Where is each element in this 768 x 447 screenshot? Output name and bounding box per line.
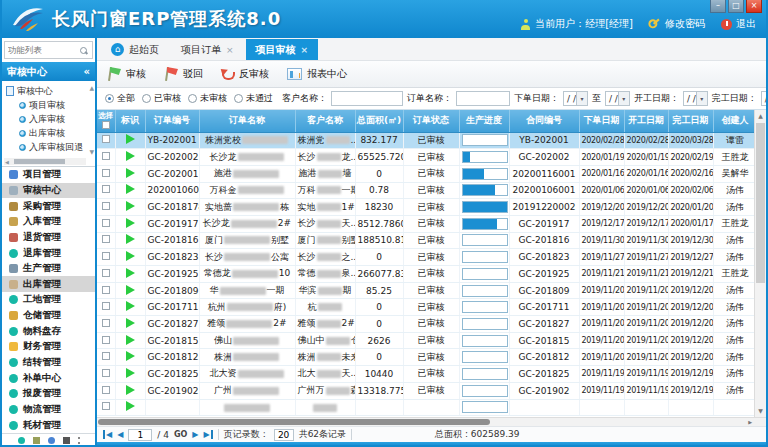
sidebar-menu-item[interactable]: 退货管理 [2, 230, 95, 246]
sidebar-menu-item[interactable]: 退库管理 [2, 245, 95, 261]
table-row[interactable] [97, 399, 757, 416]
column-header[interactable]: 生产进度 [459, 110, 509, 132]
dropdown-icon[interactable]: ▾ [618, 92, 629, 105]
tab-close-icon[interactable]: × [301, 45, 309, 55]
prev-page-button[interactable]: ◀ [117, 430, 123, 439]
tree-item[interactable]: 项目审核 [6, 98, 85, 112]
column-header[interactable]: 下单日期 [579, 110, 624, 132]
dropdown-icon[interactable]: ▾ [696, 92, 707, 105]
row-checkbox[interactable] [102, 269, 110, 277]
scroll-left-icon[interactable]: ◀ [4, 159, 10, 165]
tab-项目订单[interactable]: 项目订单 × [171, 39, 244, 60]
row-checkbox[interactable] [102, 369, 110, 377]
page-number-input[interactable] [128, 429, 152, 441]
first-page-button[interactable]: ◀ [103, 430, 112, 439]
close-button[interactable]: × [746, 0, 762, 13]
order-date-to-picker[interactable]: / / ▾ [605, 91, 630, 106]
row-checkbox[interactable] [102, 319, 110, 327]
status-filter-radio[interactable]: 未通过 [234, 92, 273, 105]
logout-button[interactable]: 退出 [721, 17, 756, 31]
sidebar-menu-item[interactable]: 补单中心 [2, 370, 95, 386]
row-checkbox[interactable] [102, 135, 110, 143]
start-date-picker[interactable]: / / ▾ [683, 91, 708, 106]
row-checkbox[interactable] [102, 402, 110, 410]
row-checkbox[interactable] [102, 336, 110, 344]
row-checkbox[interactable] [102, 169, 110, 177]
column-header[interactable]: 完工日期 [668, 110, 713, 132]
tree-scroll-down-icon[interactable]: ▼ [89, 148, 94, 155]
sidebar-menu-item[interactable]: 物料盘存 [2, 323, 95, 339]
column-header[interactable]: 订单名称 [199, 110, 295, 132]
last-page-button[interactable]: ▶ [203, 430, 212, 439]
vertical-scrollbar[interactable]: ▲ ▼ [754, 110, 766, 417]
toolbar-button[interactable]: 反审核 [221, 67, 269, 81]
table-row[interactable]: GC-2018178 实地蔷栋 实地1#.. 18230 已审核 2019122… [97, 199, 757, 216]
collapse-icon[interactable]: « [84, 66, 90, 77]
scroll-up-icon[interactable]: ▲ [755, 110, 766, 122]
tab-起始页[interactable]: ⌂ 起始页 [101, 39, 169, 60]
user-icon[interactable] [63, 437, 70, 444]
sidebar-menu-item[interactable]: 物流管理 [2, 402, 95, 418]
sidebar-menu-item[interactable]: 财务管理 [2, 339, 95, 355]
sidebar-menu-item[interactable]: 工地管理 [2, 292, 95, 308]
tree-scroll-up-icon[interactable]: ▲ [89, 84, 94, 91]
sidebar-menu-item[interactable]: 仓储管理 [2, 308, 95, 324]
tree-item[interactable]: 出库审核 [6, 126, 85, 140]
radio-icon[interactable] [142, 94, 151, 103]
sidebar-menu-item[interactable]: 采购管理 [2, 198, 95, 214]
next-page-button[interactable]: ▶ [192, 430, 198, 439]
horizontal-scrollbar[interactable]: ▶ [97, 417, 766, 426]
column-header[interactable]: 合同编号 [509, 110, 579, 132]
table-row[interactable]: GC-201809 华一期 华滨期 85.25 已审核 GC-201809 20… [97, 282, 757, 299]
tab-项目审核[interactable]: 项目审核 × [246, 39, 319, 60]
search-icon[interactable] [79, 46, 88, 55]
cart-icon[interactable] [33, 437, 40, 444]
scroll-thumb[interactable] [14, 159, 65, 164]
dot-teal-icon[interactable] [18, 437, 25, 444]
sidebar-menu-item[interactable]: 报废管理 [2, 386, 95, 402]
customer-name-input[interactable] [331, 91, 403, 106]
sidebar-menu-item[interactable]: 耗材管理 [2, 417, 95, 433]
column-header[interactable]: 创建人 [713, 110, 757, 132]
sidebar-menu-item[interactable]: 出库管理 [2, 276, 95, 292]
status-filter-radio[interactable]: 已审核 [142, 92, 181, 105]
maximize-button[interactable]: □ [728, 0, 744, 13]
pen-icon[interactable] [48, 437, 55, 444]
sidebar-menu-item[interactable]: 审核中心 [2, 183, 95, 199]
change-password-button[interactable]: 修改密码 [649, 17, 705, 31]
finish-date-picker[interactable]: / / [761, 91, 766, 106]
row-checkbox[interactable] [102, 386, 110, 394]
column-header[interactable]: 开工日期 [624, 110, 668, 132]
order-date-from-picker[interactable]: / / ▾ [563, 91, 588, 106]
row-checkbox[interactable] [102, 152, 110, 160]
scroll-thumb[interactable] [98, 419, 490, 425]
toolbar-button[interactable]: 驳回 [164, 67, 203, 81]
column-header[interactable]: 客户名称 [295, 110, 355, 132]
toolbar-button[interactable]: 报表中心 [287, 67, 347, 81]
row-checkbox[interactable] [102, 202, 110, 210]
search-input[interactable] [5, 45, 79, 55]
table-row[interactable]: GC-201825 北大资 北大天.. 10440 已审核 GC-201825 … [97, 366, 757, 383]
column-header[interactable]: 标识 [115, 110, 145, 132]
tree-item[interactable]: 入库审核 [6, 112, 85, 126]
go-button[interactable]: GO [174, 430, 187, 439]
more-icon[interactable] [78, 437, 80, 444]
status-filter-radio[interactable]: 未审核 [188, 92, 227, 105]
table-row[interactable]: GC-202002 长沙龙 长沙龙.. 65525.7200.. 已审核 GC-… [97, 149, 757, 166]
table-row[interactable]: GC-201711 杭州府) 杭 0 已审核 GC-201711 2019/11… [97, 299, 757, 316]
select-all-checkbox[interactable] [102, 121, 110, 129]
row-checkbox[interactable] [102, 286, 110, 294]
scroll-right-icon[interactable]: ▶ [748, 418, 752, 426]
tree-item[interactable]: 入库审核回退 [6, 140, 85, 154]
row-checkbox[interactable] [102, 219, 110, 227]
sidebar-menu-item[interactable]: 结转管理 [2, 355, 95, 371]
column-header[interactable]: 订单状态 [403, 110, 459, 132]
table-row[interactable]: GC-201827 雅颂2# 雅颂2# 0 已审核 GC-201827 2019… [97, 316, 757, 333]
sidebar-menu-item[interactable]: 项目管理 [2, 167, 95, 183]
row-checkbox[interactable] [102, 235, 110, 243]
table-row[interactable]: GC-201917 长沙龙2# 长沙天.. 8512.78600.. 已审核 G… [97, 215, 757, 232]
toolbar-button[interactable]: 审核 [107, 67, 146, 81]
column-header[interactable]: 订单编号 [145, 110, 199, 132]
tab-close-icon[interactable]: × [226, 45, 234, 55]
table-row[interactable]: GC-201925 常德龙10 常德泉.. 266077.835.. 已审核 G… [97, 266, 757, 283]
